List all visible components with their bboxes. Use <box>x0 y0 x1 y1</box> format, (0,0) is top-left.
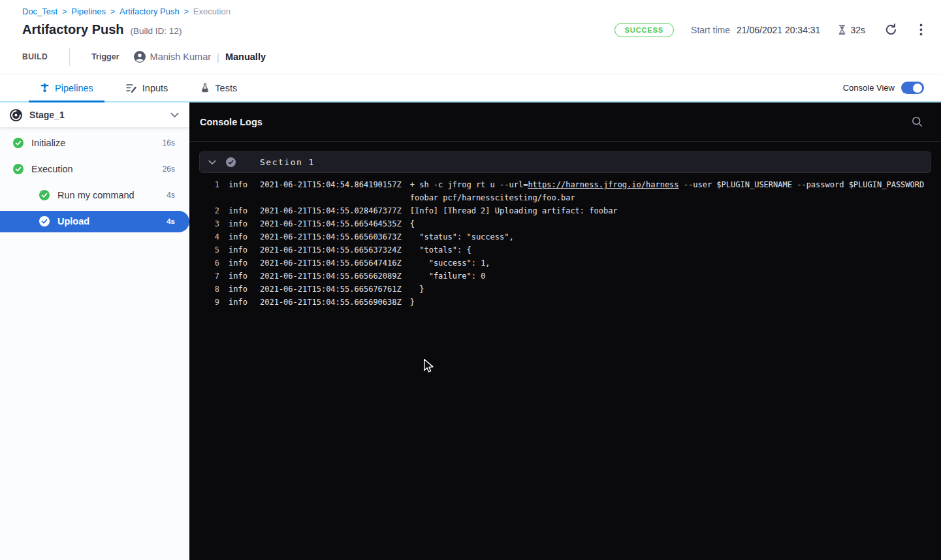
log-timestamp: 2021-06-21T15:04:55.665690638Z <box>260 296 402 309</box>
step-item-execution[interactable]: Execution26s <box>0 156 189 182</box>
step-duration: 4s <box>167 191 175 200</box>
success-check-icon <box>39 216 50 226</box>
duration-value: 32s <box>850 25 865 35</box>
log-timestamp: 2021-06-21T15:04:54.864190157Z <box>260 178 402 191</box>
success-check-icon <box>226 157 236 167</box>
tests-flask-icon <box>200 83 210 93</box>
log-level: info <box>229 230 248 243</box>
step-duration: 26s <box>163 164 175 174</box>
build-meta-row: BUILD Trigger Manish Kumar | Manually <box>22 48 925 74</box>
log-line: 5info2021-06-21T15:04:55.665637324Z "tot… <box>189 243 933 257</box>
console-view-toggle[interactable] <box>901 82 924 94</box>
trigger-type: Manually <box>225 52 266 62</box>
page-title: Artifactory Push <box>22 22 124 37</box>
step-duration: 4s <box>167 217 175 225</box>
log-url-link[interactable]: https://harness.jfrog.io/harness <box>528 180 678 189</box>
success-check-icon <box>13 164 24 174</box>
tab-inputs[interactable]: Inputs <box>115 74 180 101</box>
user-avatar-icon <box>134 51 146 63</box>
text-divider: | <box>217 52 219 63</box>
stage-icon <box>9 108 23 122</box>
log-line-number: 7 <box>189 270 219 283</box>
breadcrumb-separator: > <box>62 7 67 16</box>
log-message: "success": 1, <box>410 257 933 270</box>
tab-label: Inputs <box>142 83 168 93</box>
log-message: [Info] [Thread 2] Uploading artifact: fo… <box>410 204 933 217</box>
log-message: "status": "success", <box>410 230 933 243</box>
step-label: Initialize <box>31 138 65 148</box>
page-header: Doc_Test > Pipelines > Artifactory Push … <box>0 0 941 74</box>
log-line-number: 1 <box>189 178 219 191</box>
log-text: { <box>410 219 415 228</box>
log-text: "totals": { <box>410 245 471 255</box>
trigger-user-name: Manish Kumar <box>150 52 211 62</box>
log-area: 1info2021-06-21T15:04:54.864190157Z+ sh … <box>189 178 941 309</box>
log-line: 8info2021-06-21T15:04:55.665676761Z } <box>189 283 933 296</box>
log-search-button[interactable] <box>909 114 925 130</box>
log-level: info <box>229 270 248 283</box>
breadcrumb-link-pipelines[interactable]: Pipelines <box>71 7 106 16</box>
more-options-button[interactable] <box>917 21 925 39</box>
console-view-label: Console View <box>843 83 895 93</box>
refresh-button[interactable] <box>882 21 900 39</box>
log-line-number: 6 <box>189 257 219 270</box>
stage-sidebar: Stage_1 Initialize16sExecution26sRun my … <box>0 102 189 560</box>
step-item-run-my-command[interactable]: Run my command4s <box>0 182 189 208</box>
step-label: Run my command <box>57 190 135 200</box>
step-item-upload[interactable]: Upload4s <box>0 211 189 232</box>
console-panel: Console Logs Section 1 1info2021-06-21T1… <box>189 102 941 560</box>
log-line-number: 2 <box>189 204 219 217</box>
log-timestamp: 2021-06-21T15:04:55.665647416Z <box>260 257 402 270</box>
log-text: + sh -c jfrog rt u --url= <box>410 180 528 189</box>
log-timestamp: 2021-06-21T15:04:55.028467377Z <box>260 204 402 217</box>
breadcrumb-link-pipeline[interactable]: Artifactory Push <box>120 7 180 16</box>
log-line-number: 4 <box>189 230 219 243</box>
log-line-number: 9 <box>189 296 219 309</box>
log-text: } <box>410 285 424 294</box>
step-list: Initialize16sExecution26sRun my command4… <box>0 130 189 234</box>
log-text: "failure": 0 <box>410 272 486 281</box>
log-text: "status": "success", <box>410 232 514 241</box>
breadcrumb-link-project[interactable]: Doc_Test <box>22 7 57 16</box>
success-check-icon <box>39 190 50 200</box>
tab-label: Pipelines <box>55 83 93 93</box>
console-header: Console Logs <box>189 102 941 142</box>
stage-selector[interactable]: Stage_1 <box>0 102 189 127</box>
step-label: Upload <box>57 216 89 226</box>
log-message: "totals": { <box>410 243 933 257</box>
log-line: 2info2021-06-21T15:04:55.028467377Z[Info… <box>189 204 933 217</box>
log-line: 9info2021-06-21T15:04:55.665690638Z} <box>189 296 933 309</box>
chevron-down-icon <box>208 160 216 165</box>
log-text: "success": 1, <box>410 258 490 268</box>
log-message: "failure": 0 <box>410 270 933 283</box>
tab-pipelines[interactable]: Pipelines <box>29 74 104 101</box>
log-section-header[interactable]: Section 1 <box>199 151 931 173</box>
section-label: Section 1 <box>260 157 315 167</box>
log-level: info <box>229 283 248 296</box>
log-line-number: 5 <box>189 243 219 257</box>
log-line: 1info2021-06-21T15:04:54.864190157Z+ sh … <box>189 178 933 204</box>
log-line: 4info2021-06-21T15:04:55.665603673Z "sta… <box>189 230 933 243</box>
log-timestamp: 2021-06-21T15:04:55.665464535Z <box>260 217 402 230</box>
breadcrumb: Doc_Test > Pipelines > Artifactory Push … <box>22 7 925 16</box>
pipeline-icon <box>40 83 50 93</box>
log-line-number: 8 <box>189 283 219 296</box>
stage-name: Stage_1 <box>29 110 65 120</box>
log-level: info <box>229 296 248 309</box>
trigger-label: Trigger <box>91 52 119 61</box>
log-line: 3info2021-06-21T15:04:55.665464535Z{ <box>189 217 933 230</box>
log-timestamp: 2021-06-21T15:04:55.665676761Z <box>260 283 402 296</box>
step-item-initialize[interactable]: Initialize16s <box>0 130 189 156</box>
log-line: 6info2021-06-21T15:04:55.665647416Z "suc… <box>189 257 933 270</box>
tab-bar: Pipelines Inputs Tests Console View <box>0 74 941 102</box>
log-message: } <box>410 296 933 309</box>
hourglass-icon <box>837 24 847 35</box>
breadcrumb-separator: > <box>184 7 189 16</box>
log-line-number: 3 <box>189 217 219 230</box>
breadcrumb-current: Execution <box>193 7 231 16</box>
tab-label: Tests <box>215 83 237 93</box>
log-level: info <box>229 204 248 217</box>
build-tag: BUILD <box>22 52 48 61</box>
log-level: info <box>229 243 248 257</box>
tab-tests[interactable]: Tests <box>189 74 248 101</box>
